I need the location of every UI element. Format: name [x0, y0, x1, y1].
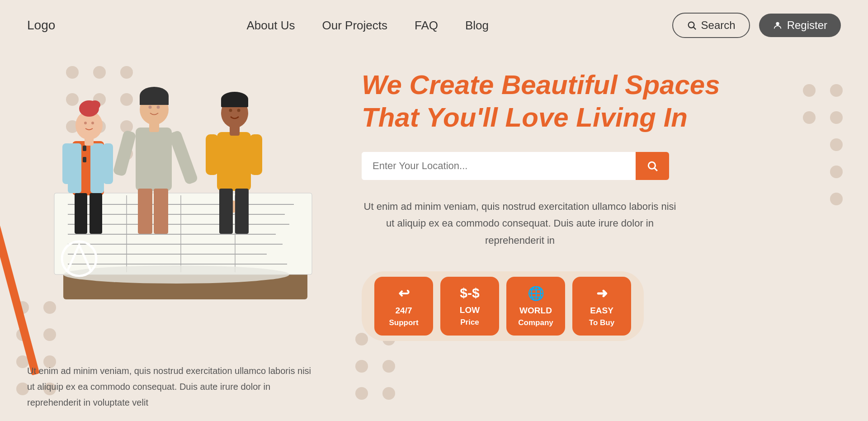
svg-point-82 [237, 109, 241, 112]
feature-card-support: ↩ 24/7 Support [374, 277, 433, 336]
easy-icon: ➜ [596, 285, 608, 301]
svg-rect-63 [83, 157, 86, 162]
svg-point-88 [648, 162, 655, 169]
svg-point-81 [229, 109, 232, 112]
orange-bar [0, 190, 40, 375]
location-search-button[interactable] [636, 152, 669, 180]
svg-rect-58 [75, 193, 87, 234]
svg-point-35 [776, 22, 779, 25]
svg-rect-64 [136, 128, 172, 191]
svg-point-55 [90, 100, 100, 109]
main-content: Ut enim ad minim veniam, quis nostrud ex… [0, 51, 868, 420]
svg-point-69 [149, 106, 152, 109]
svg-rect-59 [90, 193, 102, 234]
left-description-text: Ut enim ad minim veniam, quis nostrud ex… [27, 363, 321, 420]
svg-rect-76 [217, 132, 251, 191]
cards-wrapper: ↩ 24/7 Support $-$ LOW Price 🌐 WORLD Com… [362, 271, 644, 341]
search-icon [687, 20, 697, 30]
navigation: About Us Our Projects FAQ Blog [90, 19, 645, 33]
search-icon [646, 160, 658, 172]
svg-rect-68 [140, 96, 169, 105]
nav-about[interactable]: About Us [247, 19, 295, 33]
people-illustration [36, 55, 330, 317]
svg-rect-80 [221, 99, 248, 107]
svg-rect-72 [154, 189, 168, 234]
feature-card-world: 🌐 WORLD Company [506, 277, 565, 336]
right-section: We Create Beautiful Spaces That You'll L… [335, 51, 841, 420]
nav-projects[interactable]: Our Projects [322, 19, 387, 33]
user-icon [773, 20, 783, 30]
register-label: Register [787, 19, 827, 32]
location-search-bar [362, 152, 669, 180]
hero-title: We Create Beautiful Spaces That You'll L… [362, 69, 841, 134]
svg-rect-85 [206, 134, 218, 175]
world-icon: 🌐 [528, 285, 544, 301]
support-icon: ↩ [398, 285, 410, 301]
register-button[interactable]: Register [759, 14, 841, 37]
header: Logo About Us Our Projects FAQ Blog Sear… [0, 0, 868, 51]
search-label: Search [701, 19, 736, 32]
svg-rect-84 [235, 189, 249, 234]
svg-line-89 [655, 168, 657, 171]
svg-point-33 [688, 22, 694, 28]
svg-point-48 [63, 265, 289, 284]
logo: Logo [27, 18, 63, 33]
feature-card-price: $-$ LOW Price [440, 277, 499, 336]
svg-rect-86 [250, 134, 262, 175]
svg-rect-62 [83, 146, 86, 151]
location-input[interactable] [362, 152, 636, 180]
feature-card-easy: ➜ EASY To Buy [572, 277, 631, 336]
hero-description: Ut enim ad minim veniam, quis nostrud ex… [362, 198, 678, 249]
svg-rect-71 [138, 189, 152, 234]
svg-rect-83 [219, 189, 233, 234]
nav-faq[interactable]: FAQ [415, 19, 438, 33]
svg-rect-51 [90, 143, 104, 193]
nav-blog[interactable]: Blog [465, 19, 489, 33]
svg-line-34 [693, 27, 696, 29]
left-section: Ut enim ad minim veniam, quis nostrud ex… [27, 51, 335, 420]
svg-rect-73 [113, 130, 137, 177]
price-icon: $-$ [460, 285, 479, 301]
svg-point-57 [91, 122, 94, 124]
search-button[interactable]: Search [672, 13, 750, 38]
svg-rect-61 [103, 143, 113, 184]
svg-rect-60 [62, 143, 72, 184]
header-actions: Search Register [672, 13, 841, 38]
svg-point-56 [84, 122, 87, 124]
feature-cards-section: ↩ 24/7 Support $-$ LOW Price 🌐 WORLD Com… [362, 271, 696, 341]
svg-rect-74 [168, 130, 198, 185]
svg-point-70 [157, 106, 160, 109]
